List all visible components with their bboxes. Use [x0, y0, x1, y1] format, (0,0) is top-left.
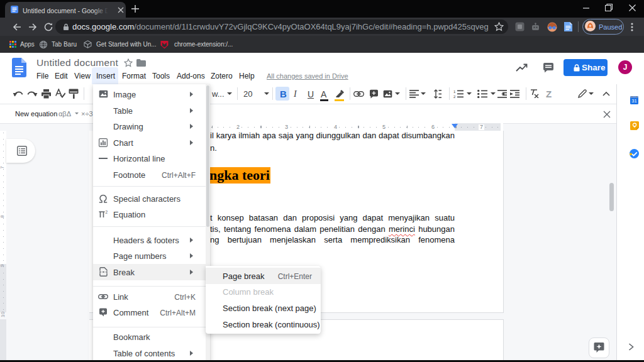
svg-text:1: 1 — [453, 90, 456, 94]
svg-text:31: 31 — [631, 98, 636, 104]
svg-text:2: 2 — [106, 211, 108, 214]
svg-text:2: 2 — [453, 95, 456, 99]
